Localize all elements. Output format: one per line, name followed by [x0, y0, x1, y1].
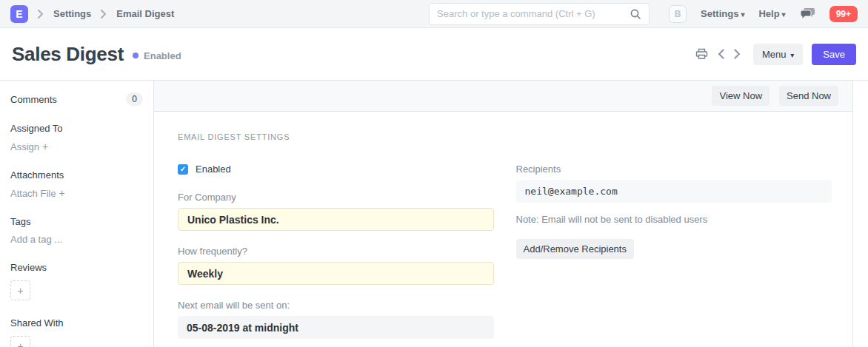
- for-company-field: For Company: [178, 192, 494, 231]
- shared-with-heading: Shared With: [10, 317, 143, 329]
- recipients-note: Note: Email will not be sent to disabled…: [516, 214, 832, 225]
- next-email-value: 05-08-2019 at midnight: [178, 316, 494, 339]
- form-column-right: Recipients neil@example.com Note: Email …: [516, 164, 832, 347]
- print-button[interactable]: [694, 47, 710, 61]
- view-now-button[interactable]: View Now: [712, 86, 769, 106]
- app-logo[interactable]: E: [10, 5, 28, 23]
- printer-icon: [695, 48, 708, 60]
- next-email-field: Next email will be sent on: 05-08-2019 a…: [178, 300, 494, 339]
- assign-link[interactable]: Assign+: [10, 141, 48, 152]
- content: Comments 0 Assigned To Assign+ Attachmen…: [0, 81, 868, 347]
- navbar: E Settings Email Digest B Settings▾ Help…: [0, 0, 868, 28]
- navbar-right: B Settings▾ Help▾ 99+: [669, 5, 858, 23]
- breadcrumb-settings[interactable]: Settings: [53, 8, 91, 19]
- comments-label: Comments: [10, 94, 57, 105]
- caret-down-icon: ▾: [782, 10, 786, 18]
- caret-down-icon: ▾: [789, 51, 795, 59]
- next-record-button[interactable]: [732, 47, 742, 61]
- add-remove-recipients-button[interactable]: Add/Remove Recipients: [516, 239, 634, 259]
- page-title: Sales Digest: [12, 43, 124, 66]
- form-sidebar: Comments 0 Assigned To Assign+ Attachmen…: [0, 81, 154, 347]
- chat-icon[interactable]: [800, 7, 815, 20]
- plus-icon: +: [42, 141, 48, 152]
- for-company-label: For Company: [178, 192, 494, 203]
- menu-button[interactable]: Menu ▾: [753, 44, 803, 65]
- recipients-label: Recipients: [516, 164, 832, 175]
- frequency-label: How frequently?: [178, 246, 494, 257]
- recipients-field: Recipients neil@example.com Note: Email …: [516, 164, 832, 259]
- search-input[interactable]: [437, 8, 630, 19]
- recipients-value[interactable]: neil@example.com: [516, 180, 832, 203]
- form-grid: ✓ Enabled For Company How frequently? Ne…: [178, 164, 832, 347]
- search-icon: [630, 8, 641, 20]
- plus-icon: +: [17, 340, 23, 347]
- plus-icon: +: [17, 285, 23, 297]
- for-company-input[interactable]: [178, 208, 494, 231]
- comments-count-badge: 0: [126, 92, 143, 106]
- nav-help-dropdown[interactable]: Help▾: [758, 8, 785, 19]
- right-gutter: [853, 81, 868, 347]
- sidebar-section-tags: Tags Add a tag ...: [10, 216, 143, 245]
- notifications-badge[interactable]: 99+: [829, 6, 858, 22]
- frequency-input[interactable]: [178, 262, 494, 285]
- add-review-button[interactable]: +: [10, 280, 30, 300]
- user-avatar[interactable]: B: [669, 5, 687, 23]
- status-dot-icon: [133, 53, 138, 58]
- attach-file-link[interactable]: Attach File+: [10, 187, 65, 199]
- next-email-label: Next email will be sent on:: [178, 300, 494, 311]
- chevron-left-icon: [718, 49, 724, 59]
- enabled-checkbox-row[interactable]: ✓ Enabled: [178, 164, 494, 175]
- status-indicator: Enabled: [133, 50, 181, 61]
- plus-icon: +: [59, 187, 64, 199]
- breadcrumb-email-digest[interactable]: Email Digest: [116, 8, 174, 19]
- assigned-to-heading: Assigned To: [10, 123, 143, 134]
- form-column-left: ✓ Enabled For Company How frequently? Ne…: [178, 164, 494, 347]
- form-toolbar: View Now Send Now: [154, 81, 852, 112]
- caret-down-icon: ▾: [741, 10, 744, 18]
- tags-heading: Tags: [10, 216, 143, 227]
- add-share-button[interactable]: +: [10, 336, 30, 347]
- breadcrumb-chevron-icon: [38, 10, 44, 18]
- add-tag-input[interactable]: Add a tag ...: [10, 234, 62, 245]
- prev-record-button[interactable]: [716, 47, 726, 61]
- enabled-label: Enabled: [196, 164, 231, 175]
- global-search: [429, 3, 650, 25]
- status-label: Enabled: [144, 50, 181, 61]
- sidebar-section-attachments: Attachments Attach File+: [10, 169, 143, 199]
- breadcrumb-chevron-icon: [101, 10, 107, 18]
- page-actions: Menu ▾ Save: [694, 44, 856, 65]
- reviews-heading: Reviews: [10, 262, 143, 273]
- nav-settings-dropdown[interactable]: Settings▾: [701, 8, 744, 19]
- chevron-right-icon: [734, 49, 741, 59]
- send-now-button[interactable]: Send Now: [779, 86, 838, 106]
- sidebar-item-comments[interactable]: Comments 0: [10, 92, 143, 106]
- page-head: Sales Digest Enabled Menu ▾ Save: [0, 28, 868, 81]
- attachments-heading: Attachments: [10, 169, 143, 181]
- form-main: View Now Send Now EMAIL DIGEST SETTINGS …: [154, 81, 853, 347]
- section-heading: EMAIL DIGEST SETTINGS: [178, 132, 832, 141]
- sidebar-section-assigned-to: Assigned To Assign+: [10, 123, 143, 152]
- frequency-field: How frequently?: [178, 246, 494, 285]
- save-button[interactable]: Save: [812, 44, 856, 65]
- form-body: EMAIL DIGEST SETTINGS ✓ Enabled For Comp…: [154, 112, 852, 347]
- sidebar-section-shared-with: Shared With +: [10, 317, 143, 347]
- enabled-checkbox[interactable]: ✓: [178, 164, 188, 175]
- sidebar-section-reviews: Reviews +: [10, 262, 143, 300]
